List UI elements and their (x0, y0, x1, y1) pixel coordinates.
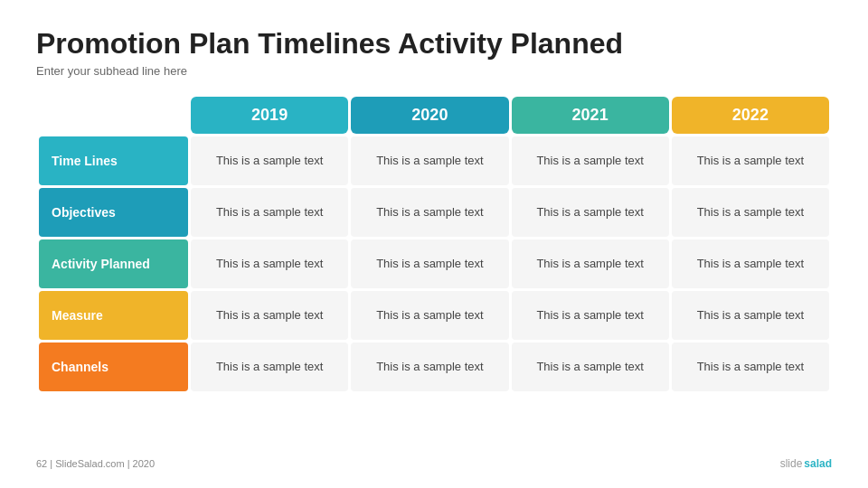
row-header-measure: Measure (39, 291, 188, 340)
table-row: MeasureThis is a sample textThis is a sa… (39, 291, 829, 340)
cell-r4-c0: This is a sample text (191, 343, 348, 391)
cell-r3-c1: This is a sample text (351, 291, 508, 340)
footer: 62 | SlideSalad.com | 2020 slidesalad (36, 450, 832, 470)
table-row: ChannelsThis is a sample textThis is a s… (39, 343, 829, 391)
subhead: Enter your subhead line here (36, 64, 832, 78)
header-2019: 2019 (191, 97, 348, 134)
row-header-activity: Activity Planned (39, 239, 188, 288)
cell-r1-c0: This is a sample text (191, 188, 348, 237)
cell-r4-c1: This is a sample text (351, 343, 508, 391)
cell-r3-c0: This is a sample text (191, 291, 348, 340)
cell-r0-c1: This is a sample text (351, 136, 508, 185)
slide: Promotion Plan Timelines Activity Planne… (0, 0, 868, 488)
row-header-channels: Channels (39, 343, 188, 391)
table-row: Time LinesThis is a sample textThis is a… (39, 136, 829, 185)
cell-r2-c3: This is a sample text (672, 239, 829, 288)
header-2020: 2020 (351, 97, 508, 134)
cell-r2-c1: This is a sample text (351, 239, 508, 288)
logo-salad: salad (804, 457, 832, 470)
cell-r1-c3: This is a sample text (672, 188, 829, 237)
table-row: Activity PlannedThis is a sample textThi… (39, 239, 829, 288)
cell-r3-c3: This is a sample text (672, 291, 829, 340)
cell-r0-c2: This is a sample text (512, 136, 669, 185)
cell-r4-c2: This is a sample text (512, 343, 669, 391)
footer-logo: slidesalad (780, 457, 832, 470)
cell-r4-c3: This is a sample text (672, 343, 829, 391)
cell-r2-c2: This is a sample text (512, 239, 669, 288)
table-wrapper: 2019 2020 2021 2022 Time LinesThis is a … (36, 94, 832, 450)
cell-r1-c2: This is a sample text (512, 188, 669, 237)
row-header-objectives: Objectives (39, 188, 188, 237)
footer-info: 62 | SlideSalad.com | 2020 (36, 458, 155, 469)
cell-r3-c2: This is a sample text (512, 291, 669, 340)
logo-slide: slide (780, 457, 803, 470)
cell-r1-c1: This is a sample text (351, 188, 508, 237)
table-row: ObjectivesThis is a sample textThis is a… (39, 188, 829, 237)
main-table: 2019 2020 2021 2022 Time LinesThis is a … (36, 94, 832, 394)
title: Promotion Plan Timelines Activity Planne… (36, 27, 832, 61)
cell-r0-c0: This is a sample text (191, 136, 348, 185)
header-2022: 2022 (672, 97, 829, 134)
cell-r0-c3: This is a sample text (672, 136, 829, 185)
header-empty (39, 97, 188, 134)
row-header-timelines: Time Lines (39, 136, 188, 185)
cell-r2-c0: This is a sample text (191, 239, 348, 288)
header-2021: 2021 (512, 97, 669, 134)
